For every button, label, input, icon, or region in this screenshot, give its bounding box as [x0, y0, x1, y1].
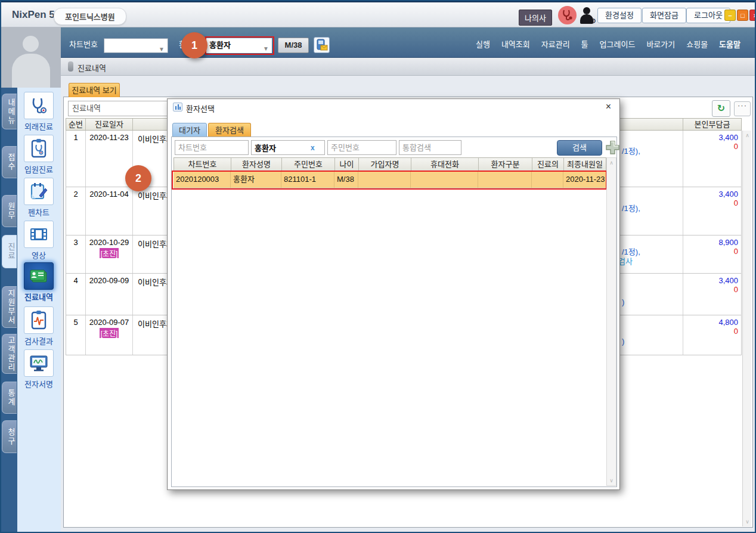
clipboard-stethoscope-icon [24, 135, 54, 162]
sidebar-item-inpatient[interactable]: 입원진료 [20, 135, 57, 175]
dialog-title-bar[interactable]: 환자선택 × [168, 99, 619, 116]
maximize-button[interactable]: □ [737, 10, 748, 21]
clear-input-icon[interactable]: x [311, 144, 315, 152]
film-icon [24, 221, 54, 248]
chevron-down-icon[interactable]: ▼ [159, 42, 165, 56]
dialog-content: x 검색 차트번호 환자성명 주민번호 나이 가입자명 휴대전화 환자구분 진료… [171, 137, 617, 487]
menu-item-shop[interactable]: 쇼핑몰 [686, 38, 708, 49]
dialog-title: 환자선택 [186, 103, 215, 114]
patient-select-dialog: 환자선택 × 대기자 환자검색 x 검색 차트번호 환자성명 주민번호 나이 가… [167, 98, 620, 490]
patient-sex-age-button[interactable]: M/38 [278, 38, 309, 53]
section-marker-icon [68, 61, 73, 72]
add-patient-button[interactable] [605, 140, 621, 156]
patient-result-row[interactable]: 2020120003 홍환자 821101-1 M/38 2020-11-23 [173, 172, 606, 188]
pen-chart-icon [24, 178, 54, 205]
screen-lock-button[interactable]: 화면잠금 [642, 8, 686, 23]
logout-button[interactable]: 로그아웃 [686, 8, 730, 23]
title-bar: NixPen 5.0 포인트닉스병원 나의사 ⚙ 환경설정 화면잠금 로그아웃 … [1, 1, 755, 27]
stethoscope-icon [24, 92, 54, 119]
patient-name-highlight: 홍환자 ▼ [205, 36, 274, 55]
sidebar-item-penchart[interactable]: 펜차트 [20, 178, 57, 218]
hospital-name-badge: 포인트닉스병원 [54, 8, 126, 25]
rx-fragment: ) [622, 298, 624, 306]
monitor-signature-icon [24, 349, 54, 377]
jumin-no-input[interactable] [327, 140, 396, 155]
sidebar-tab-billing[interactable]: 청구 [2, 420, 17, 453]
col-seq[interactable]: 순번 [66, 119, 86, 130]
menu-item-history-inquiry[interactable]: 내역조회 [501, 38, 530, 49]
page-title: 진료내역 [78, 62, 106, 73]
unified-search-input[interactable] [399, 140, 461, 155]
scroll-up-icon[interactable]: ∧ [607, 160, 616, 166]
sidebar-item-outpatient[interactable]: 외래진료 [20, 92, 57, 132]
scroll-down-icon[interactable]: ∨ [607, 478, 616, 484]
menu-item-shortcut[interactable]: 바로가기 [646, 38, 675, 49]
first-visit-badge: [초진] [100, 328, 119, 338]
menu-item-upgrade[interactable]: 업그레이드 [600, 38, 636, 49]
refresh-button[interactable]: ↻ [712, 100, 730, 117]
tab-waiting-list[interactable]: 대기자 [172, 123, 207, 137]
sidebar-item-treatment-history[interactable]: 진료내역 [20, 262, 57, 302]
tab-patient-search[interactable]: 환자검색 [208, 123, 251, 137]
user-settings-icon[interactable]: ⚙ [580, 7, 595, 24]
doctor-stethoscope-icon[interactable] [558, 6, 577, 24]
sidebar-tab-customer-mgmt[interactable]: 고객관리 [2, 334, 17, 374]
main-scrollbar[interactable]: ∧ ∨ [742, 131, 751, 526]
id-card-icon [24, 262, 54, 290]
sidebar-item-esignature[interactable]: 전자서명 [20, 349, 57, 389]
menu-item-help[interactable]: 도움말 [719, 38, 740, 49]
annotation-step-2: 2 [125, 165, 151, 191]
minimize-button[interactable]: – [724, 10, 736, 21]
patient-table-header: 차트번호 환자성명 주민번호 나이 가입자명 휴대전화 환자구분 진료의 최종내… [173, 157, 606, 172]
patient-toolbar: 차트번호 ▼ 환자 홍환자 ▼ M/38 실행 내역조회 자료관리 툴 업그레이… [1, 27, 755, 58]
dialog-close-icon[interactable]: × [606, 101, 611, 112]
chart-no-label: 차트번호 [69, 38, 98, 49]
chart-no-combobox[interactable]: ▼ [104, 38, 168, 53]
menu-item-tools[interactable]: 툴 [581, 38, 588, 49]
sidebar-tab-reception[interactable]: 접수 [2, 146, 17, 178]
avatar [1, 27, 61, 88]
sidebar-tab-support-dept[interactable]: 지원부서 [2, 286, 17, 328]
sidebar-tab-mymenu[interactable]: 내메뉴 [2, 94, 17, 129]
environment-settings-button[interactable]: 환경설정 [597, 8, 642, 23]
col-copay[interactable]: 본인부담금 [683, 119, 741, 130]
sidebar-tab-treatment[interactable]: 진료 [2, 235, 17, 268]
chart-no-input[interactable] [175, 140, 249, 155]
phone-envelope-icon [314, 38, 329, 52]
sidebar-item-test-results[interactable]: 검사결과 [20, 306, 57, 346]
rx-fragment: /1정), [622, 202, 640, 213]
chart-bars-icon [173, 103, 182, 111]
plus-icon [605, 140, 621, 156]
patient-name-combobox[interactable]: 홍환자 ▼ [206, 38, 272, 53]
gear-icon: ⚙ [590, 17, 596, 25]
search-button[interactable]: 검색 [557, 140, 602, 156]
rx-fragment: 검사 [618, 255, 633, 266]
scroll-down-icon[interactable]: ∨ [743, 519, 752, 525]
more-options-button[interactable]: ··· [734, 101, 751, 116]
main-menu: 실행 내역조회 자료관리 툴 업그레이드 바로가기 쇼핑몰 도움말 [476, 38, 740, 49]
sidebar-tab-statistics[interactable]: 통계 [2, 382, 17, 414]
scroll-up-icon[interactable]: ∧ [743, 132, 752, 138]
sms-send-button[interactable] [314, 37, 330, 53]
tab-treatment-history-view[interactable]: 진료내역 보기 [69, 83, 120, 97]
menu-item-data-management[interactable]: 자료관리 [541, 38, 570, 49]
dialog-scrollbar[interactable]: ∧ ∨ [606, 157, 616, 486]
chevron-down-icon[interactable]: ▼ [263, 42, 269, 56]
sidebar-item-imaging[interactable]: 영상 [20, 221, 57, 261]
user-role-badge: 나의사 [519, 10, 552, 26]
page-header: 진료내역 [61, 58, 756, 76]
annotation-step-1: 1 [181, 32, 207, 58]
first-visit-badge: [초진] [100, 248, 119, 258]
stethoscope-glyph [560, 8, 574, 22]
close-button[interactable]: × [749, 10, 756, 21]
col-date[interactable]: 진료일자 [86, 119, 133, 130]
sidebar-tab-administration[interactable]: 원무 [2, 195, 17, 227]
menu-item-execute[interactable]: 실행 [476, 38, 490, 49]
rx-fragment: /1정), [622, 145, 640, 156]
rx-fragment: ) [622, 337, 624, 346]
ecg-clipboard-icon [24, 306, 54, 334]
